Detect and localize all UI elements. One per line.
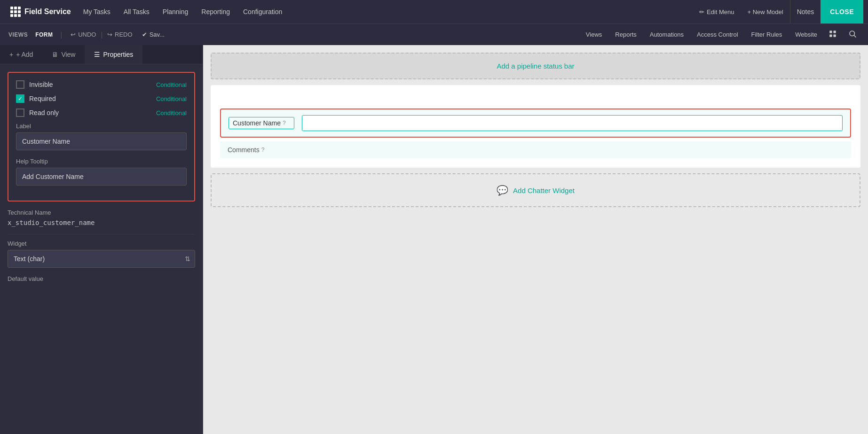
required-label: Required (29, 95, 56, 102)
comments-field-row[interactable]: Comments ? (220, 141, 851, 158)
redo-icon: ↪ (107, 31, 112, 38)
form-card: Customer Name ? Comments ? (211, 85, 860, 168)
pipeline-status-bar[interactable]: Add a pipeline status bar (211, 53, 860, 79)
edit-menu-button[interactable]: ✏ Edit Menu (693, 0, 741, 23)
svg-rect-1 (834, 31, 836, 33)
chatter-widget-area[interactable]: 💬 Add Chatter Widget (211, 173, 860, 207)
nav-reporting[interactable]: Reporting (195, 0, 237, 23)
chatter-icon: 💬 (497, 185, 508, 196)
readonly-conditional[interactable]: Conditional (156, 109, 187, 116)
undo-icon: ↩ (71, 31, 76, 38)
required-row: Required Conditional (16, 94, 187, 103)
notes-button[interactable]: Notes (790, 0, 821, 23)
comments-tooltip-icon: ? (261, 147, 265, 153)
widget-section-title: Widget (8, 240, 195, 247)
tech-name-value: x_studio_customer_name (8, 219, 195, 226)
views-label: VIEWS (5, 31, 32, 38)
sidebar-tabs: + + Add 🖥 View ☰ Properties (0, 45, 203, 64)
nav-my-tasks[interactable]: My Tasks (77, 0, 117, 23)
svg-point-4 (850, 31, 855, 36)
label-section: Label (16, 123, 187, 150)
invisible-row: Invisible Conditional (16, 80, 187, 89)
nav-website[interactable]: Website (789, 24, 824, 46)
nav-filter-rules[interactable]: Filter Rules (745, 24, 789, 46)
nav-reports[interactable]: Reports (608, 24, 643, 46)
save-button[interactable]: ✔ Sav... (137, 24, 169, 46)
svg-rect-3 (834, 35, 836, 37)
separator1: | (61, 31, 63, 39)
divider (8, 234, 195, 234)
invisible-label: Invisible (29, 81, 53, 88)
pencil-icon: ✏ (699, 8, 704, 16)
tab-properties[interactable]: ☰ Properties (85, 45, 142, 64)
svg-rect-2 (829, 35, 832, 37)
nav-access-control[interactable]: Access Control (690, 24, 744, 46)
monitor-icon: 🖥 (52, 51, 58, 58)
widget-select-wrapper: Text (char) (8, 250, 195, 268)
nav-all-tasks[interactable]: All Tasks (117, 0, 156, 23)
required-checkbox[interactable] (16, 94, 24, 103)
properties-red-section: Invisible Conditional Required Condition… (8, 72, 195, 202)
readonly-checkbox[interactable] (16, 108, 24, 117)
label-section-title: Label (16, 123, 187, 130)
nav-right-group: ✏ Edit Menu + New Model Notes CLOSE (693, 0, 863, 23)
sidebar: + + Add 🖥 View ☰ Properties Invisible (0, 45, 203, 434)
redo-button[interactable]: ↪ REDO (103, 24, 137, 46)
required-conditional[interactable]: Conditional (156, 95, 187, 102)
nav-configuration[interactable]: Configuration (237, 0, 289, 23)
form-header-empty (220, 94, 851, 108)
customer-name-label-display: Customer Name ? (229, 117, 294, 129)
nav-planning[interactable]: Planning (156, 0, 195, 23)
tooltip-input[interactable] (16, 168, 187, 186)
customer-name-field-row[interactable]: Customer Name ? (220, 108, 851, 138)
properties-icon: ☰ (94, 51, 100, 58)
person-icon[interactable] (824, 30, 842, 39)
tech-name-section: Technical Name x_studio_customer_name (8, 209, 195, 226)
tooltip-section: Help Tooltip (16, 158, 187, 186)
widget-select[interactable]: Text (char) (8, 250, 195, 268)
default-value-label: Default value (8, 275, 195, 282)
second-nav-right: Views Reports Automations Access Control… (579, 24, 863, 46)
sidebar-properties-content: Invisible Conditional Required Condition… (0, 64, 203, 434)
tooltip-section-title: Help Tooltip (16, 158, 187, 165)
app-logo[interactable]: Field Service (5, 7, 77, 17)
search-icon[interactable] (842, 30, 863, 39)
svg-rect-0 (829, 31, 832, 33)
nav-views[interactable]: Views (579, 24, 608, 46)
invisible-conditional[interactable]: Conditional (156, 81, 187, 88)
nav-automations[interactable]: Automations (643, 24, 690, 46)
form-label: FORM (32, 31, 56, 38)
readonly-row: Read only Conditional (16, 108, 187, 117)
label-input[interactable] (16, 132, 187, 150)
comments-label: Comments ? (228, 146, 293, 154)
app-title: Field Service (24, 8, 71, 16)
undo-button[interactable]: ↩ UNDO (66, 24, 101, 46)
tab-view[interactable]: 🖥 View (42, 45, 85, 64)
grid-icon (10, 7, 21, 17)
customer-name-input-display[interactable] (302, 115, 843, 131)
invisible-checkbox[interactable] (16, 80, 24, 89)
plus-icon: + (9, 51, 13, 58)
tech-name-label: Technical Name (8, 209, 195, 216)
default-value-section: Default value (8, 275, 195, 282)
top-nav: Field Service My Tasks All Tasks Plannin… (0, 0, 868, 23)
close-button[interactable]: CLOSE (821, 0, 863, 23)
svg-line-5 (854, 35, 856, 37)
canvas-area: Add a pipeline status bar Customer Name … (203, 45, 868, 434)
new-model-button[interactable]: + New Model (741, 0, 789, 23)
widget-section: Widget Text (char) (8, 240, 195, 268)
main-layout: + + Add 🖥 View ☰ Properties Invisible (0, 45, 868, 434)
customer-name-tooltip-icon: ? (283, 120, 286, 126)
readonly-label: Read only (29, 109, 59, 116)
tab-add[interactable]: + + Add (0, 45, 42, 64)
checkmark-icon: ✔ (142, 31, 147, 38)
second-nav: VIEWS FORM | ↩ UNDO | ↪ REDO ✔ Sav... Vi… (0, 23, 868, 45)
